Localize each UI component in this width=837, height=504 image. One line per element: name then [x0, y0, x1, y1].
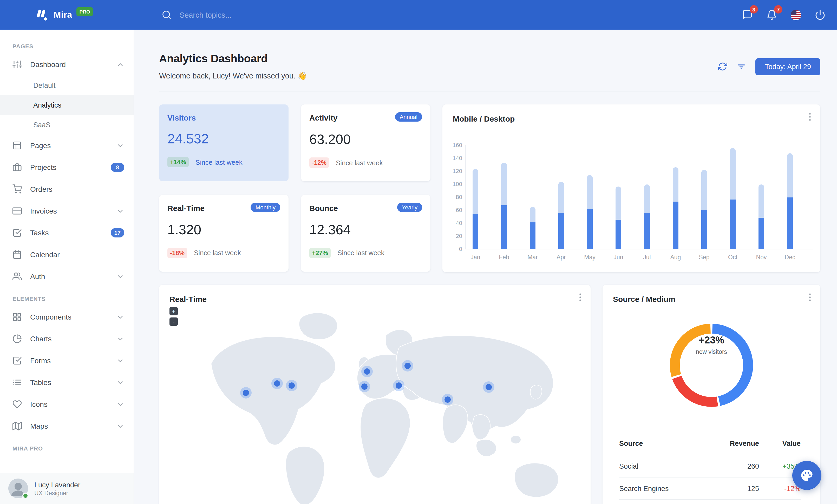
bar-mobile-feb[interactable] [501, 205, 507, 249]
language-flag-button[interactable] [791, 10, 801, 20]
map-zoom-out-button[interactable]: - [170, 317, 178, 326]
bar-mobile-jul[interactable] [644, 213, 650, 249]
table-row-social[interactable]: Social260+35% [619, 455, 801, 477]
stat-period-badge[interactable]: Monthly [251, 202, 280, 212]
y-tick-label: 80 [445, 194, 462, 200]
messages-count-badge: 3 [750, 5, 758, 14]
sidebar-item-forms[interactable]: Forms [0, 350, 133, 372]
source-medium-card: Source / Medium +23% new visitors Source… [603, 285, 820, 504]
messages-button[interactable]: 3 [742, 10, 753, 20]
bar-mobile-aug[interactable] [673, 202, 678, 249]
bar-mobile-may[interactable] [587, 209, 593, 249]
bar-mobile-mar[interactable] [530, 222, 535, 249]
source-menu-button[interactable] [805, 292, 815, 302]
sidebar: PAGESDashboardDefaultAnalyticsSaaSPagesP… [0, 30, 133, 504]
check-square-icon [13, 228, 22, 238]
notifications-button[interactable]: 7 [766, 10, 777, 20]
theme-settings-fab[interactable] [792, 461, 821, 490]
cell-revenue: 260 [717, 462, 759, 470]
stat-title: Visitors [167, 113, 196, 122]
table-row-search-engines[interactable]: Search Engines125-12% [619, 477, 801, 499]
sidebar-item-tables[interactable]: Tables [0, 372, 133, 393]
chevron-down-icon [117, 400, 124, 408]
logout-button[interactable] [815, 10, 825, 20]
mira-logo-icon [34, 8, 48, 22]
sidebar-nav: PAGESDashboardDefaultAnalyticsSaaSPagesP… [0, 30, 133, 456]
cell-revenue: 125 [717, 485, 759, 492]
y-tick-label: 100 [445, 181, 462, 187]
filter-button[interactable] [737, 62, 746, 71]
sidebar-badge: 17 [111, 228, 125, 238]
map-marker-delhi[interactable] [445, 396, 451, 403]
sidebar-item-invoices[interactable]: Invoices [0, 200, 133, 222]
cell-source: Search Engines [619, 485, 717, 492]
chevron-down-icon [117, 313, 124, 321]
sidebar-item-projects[interactable]: Projects8 [0, 156, 133, 178]
sidebar-subitem-default[interactable]: Default [0, 75, 133, 95]
world-map[interactable] [159, 300, 591, 504]
stat-card-real-time: Real-TimeMonthly1.320-18%Since last week [159, 194, 288, 272]
sidebar-item-label: Icons [30, 400, 117, 408]
sidebar-item-label: Pages [30, 141, 117, 150]
sidebar-item-dashboard[interactable]: Dashboard [0, 54, 133, 75]
navbar-search[interactable] [162, 10, 293, 20]
col-source: Source [619, 440, 717, 447]
search-input[interactable] [179, 10, 293, 19]
map-marker-new-york[interactable] [288, 382, 295, 389]
donut-slice-search-engines[interactable] [677, 377, 717, 402]
sidebar-item-charts[interactable]: Charts [0, 328, 133, 350]
chevron-up-icon [117, 60, 124, 68]
brand[interactable]: Mira PRO [34, 8, 93, 22]
bar-mobile-nov[interactable] [759, 218, 764, 249]
page-subtitle: Welcome back, Lucy! We've missed you. 👋 [159, 72, 307, 80]
stat-value: 12.364 [309, 222, 422, 238]
sidebar-subitem-analytics[interactable]: Analytics [0, 95, 133, 115]
bar-mobile-apr[interactable] [558, 213, 564, 249]
bar-mobile-dec[interactable] [787, 198, 793, 249]
bar-mobile-jun[interactable] [616, 220, 621, 249]
briefcase-icon [13, 163, 22, 172]
donut-slice-social[interactable] [712, 329, 748, 401]
sidebar-item-label: Projects [30, 163, 111, 171]
bar-mobile-jan[interactable] [473, 214, 478, 249]
brand-name: Mira [54, 10, 72, 20]
stat-period-badge[interactable]: Annual [395, 112, 422, 122]
pie-chart-icon [13, 334, 22, 343]
source-medium-title: Source / Medium [603, 285, 820, 303]
credit-card-icon [13, 206, 22, 216]
map-marker-istanbul[interactable] [396, 382, 402, 389]
map-marker-london[interactable] [364, 368, 370, 375]
sidebar-item-maps[interactable]: Maps [0, 415, 133, 437]
sidebar-item-orders[interactable]: Orders [0, 178, 133, 200]
chevron-down-icon [117, 357, 124, 365]
sidebar-item-icons[interactable]: Icons [0, 393, 133, 415]
sidebar-item-components[interactable]: Components [0, 306, 133, 328]
sidebar-item-pages[interactable]: Pages [0, 135, 133, 156]
check-square-icon [13, 356, 22, 365]
sidebar-user[interactable]: Lucy Lavender UX Designer [0, 473, 133, 504]
sidebar-section-mira-pro: MIRA PRO [0, 437, 133, 456]
map-marker-beijing[interactable] [485, 384, 492, 390]
sidebar-item-tasks[interactable]: Tasks17 [0, 222, 133, 244]
sidebar-subitem-saas[interactable]: SaaS [0, 115, 133, 135]
map-marker-moscow[interactable] [405, 363, 411, 369]
header-divider [159, 91, 820, 91]
shopping-cart-icon [13, 184, 22, 194]
refresh-button[interactable] [718, 62, 728, 71]
sidebar-item-calendar[interactable]: Calendar [0, 244, 133, 265]
bar-mobile-sep[interactable] [701, 210, 707, 249]
map-marker-chicago[interactable] [274, 380, 280, 387]
table-row-direct[interactable]: Direct164+46% [619, 499, 801, 504]
map-marker-madrid[interactable] [361, 384, 368, 390]
sidebar-item-auth[interactable]: Auth [0, 265, 133, 287]
stat-period-badge[interactable]: Yearly [397, 202, 422, 212]
today-button[interactable]: Today: April 29 [755, 58, 820, 75]
donut-slice-direct[interactable] [675, 329, 710, 376]
x-tick-label: Jan [464, 254, 487, 260]
map-zoom-in-button[interactable]: + [170, 307, 178, 315]
map-marker-san-francisco[interactable] [243, 390, 249, 396]
stat-delta-chip: -12% [309, 157, 329, 168]
y-tick-label: 40 [445, 220, 462, 226]
bar-mobile-oct[interactable] [730, 200, 736, 249]
list-icon [13, 378, 22, 387]
